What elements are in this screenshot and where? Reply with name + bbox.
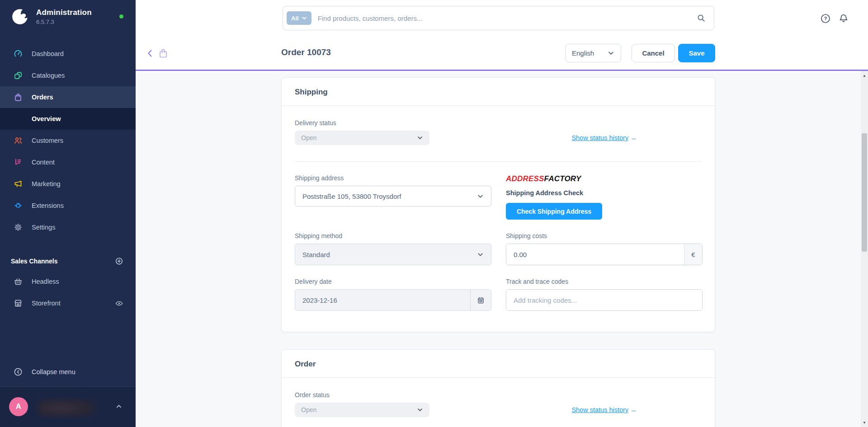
- collapse-chevron-icon: [14, 367, 23, 376]
- help-icon[interactable]: ?: [820, 13, 831, 24]
- delivery-status-select[interactable]: Open: [295, 131, 429, 145]
- language-select[interactable]: English: [565, 44, 621, 62]
- chevron-down-icon: [417, 135, 423, 141]
- back-icon[interactable]: [146, 48, 155, 59]
- user-name-redacted: [38, 399, 96, 417]
- sidebar-item-label: Orders: [32, 94, 53, 101]
- sidebar-item-customers[interactable]: Customers: [0, 130, 136, 151]
- address-check-title: Shipping Address Check: [506, 189, 703, 197]
- collapse-menu-button[interactable]: Collapse menu: [0, 360, 136, 384]
- sidebar-item-label: Storefront: [32, 300, 61, 307]
- sidebar-item-label: Content: [32, 159, 55, 166]
- storefront-icon: [14, 299, 23, 308]
- sidebar-item-label: Extensions: [32, 202, 64, 209]
- smart-bar: Order 10073 English Cancel Save: [136, 38, 868, 71]
- delivery-status-history-link[interactable]: Show status history: [571, 134, 628, 141]
- sidebar-item-marketing[interactable]: Marketing: [0, 173, 136, 195]
- sidebar-item-extensions[interactable]: Extensions: [0, 195, 136, 216]
- sales-channels-list: Headless Storefront: [0, 271, 136, 314]
- delivery-status-label: Delivery status: [295, 119, 702, 127]
- sales-channels-header: Sales Channels: [0, 253, 136, 269]
- chevron-up-icon[interactable]: [115, 402, 123, 410]
- extensions-icon: [14, 201, 23, 210]
- chevron-down-icon: [477, 251, 484, 258]
- delivery-date-input[interactable]: [295, 290, 470, 310]
- sidebar-item-label: Settings: [32, 224, 55, 231]
- section-divider: [295, 161, 702, 162]
- sidebar-item-dashboard[interactable]: Dashboard: [0, 43, 136, 65]
- shipping-address-value: Poststraße 105, 53800 Troysdorf: [302, 192, 401, 200]
- collapse-menu-label: Collapse menu: [32, 368, 75, 375]
- shipping-costs-input[interactable]: [506, 244, 684, 265]
- delivery-date-field: [295, 289, 491, 311]
- tracking-codes-label: Track and trace codes: [506, 278, 703, 285]
- language-value: English: [572, 49, 594, 57]
- order-card: Order Order status Open Show status hist…: [281, 349, 715, 427]
- sidebar-item-label: Catalogues: [32, 72, 65, 79]
- vertical-scrollbar[interactable]: ▲ ▼: [861, 71, 868, 427]
- eye-icon[interactable]: [115, 299, 123, 308]
- content-icon: [14, 158, 23, 167]
- user-panel[interactable]: A: [0, 386, 136, 427]
- global-search[interactable]: All: [283, 6, 714, 30]
- order-status-select[interactable]: Open: [295, 403, 429, 417]
- sidebar-item-label: Dashboard: [32, 50, 64, 57]
- add-sales-channel-icon[interactable]: [115, 257, 123, 266]
- shipping-card-title: Shipping: [295, 88, 702, 97]
- sidebar: Administration 6.5.7.3 Dashboard Catalog…: [0, 0, 136, 427]
- currency-suffix: €: [684, 244, 702, 265]
- sidebar-item-headless[interactable]: Headless: [0, 271, 136, 292]
- scrollbar-thumb[interactable]: [862, 133, 867, 252]
- order-status-label: Order status: [295, 391, 702, 399]
- shipping-address-label: Shipping address: [295, 174, 491, 182]
- sidebar-item-orders[interactable]: Orders: [0, 86, 136, 108]
- basket-icon: [14, 277, 23, 286]
- sidebar-item-catalogues[interactable]: Catalogues: [0, 65, 136, 86]
- shipping-address-select[interactable]: Poststraße 105, 53800 Troysdorf: [295, 186, 491, 206]
- app-title: Administration: [36, 8, 92, 17]
- scroll-down-arrow[interactable]: ▼: [861, 419, 868, 426]
- svg-text:?: ?: [824, 16, 827, 21]
- customers-icon: [14, 136, 23, 145]
- sidebar-item-label: Overview: [32, 115, 61, 122]
- sidebar-item-content[interactable]: Content: [0, 151, 136, 173]
- search-filter-label: All: [291, 15, 299, 22]
- sidebar-item-overview[interactable]: Overview: [0, 108, 136, 130]
- tracking-codes-input[interactable]: [506, 290, 702, 310]
- main-navigation: Dashboard Catalogues Orders Overview Cus: [0, 43, 136, 238]
- order-status-value: Open: [301, 406, 316, 413]
- chevron-down-icon: [608, 50, 614, 56]
- chevron-down-icon: [477, 193, 484, 200]
- addressfactory-logo: ADDRESSFACTORY: [506, 174, 703, 183]
- shipping-method-select[interactable]: Standard: [295, 244, 491, 265]
- shipping-method-label: Shipping method: [295, 232, 491, 239]
- top-bar: All ?: [136, 0, 868, 38]
- shipping-costs-field: €: [506, 244, 703, 265]
- search-input[interactable]: [318, 14, 697, 22]
- orders-icon: [14, 93, 23, 102]
- arrow-right-icon: →: [630, 406, 637, 413]
- scroll-up-arrow[interactable]: ▲: [861, 72, 868, 79]
- order-card-title: Order: [295, 360, 702, 369]
- status-online-dot: [119, 14, 123, 19]
- sidebar-item-label: Headless: [32, 278, 59, 285]
- chevron-down-icon: [417, 407, 423, 413]
- page-title: Order 10073: [281, 47, 331, 57]
- catalogues-icon: [14, 71, 23, 80]
- notifications-bell-icon[interactable]: [838, 13, 849, 24]
- sidebar-item-settings[interactable]: Settings: [0, 216, 136, 238]
- cancel-button[interactable]: Cancel: [632, 44, 675, 62]
- sidebar-item-label: Customers: [32, 137, 63, 144]
- order-status-history-link[interactable]: Show status history: [571, 406, 628, 413]
- shipping-costs-label: Shipping costs: [506, 232, 703, 239]
- search-icon[interactable]: [697, 14, 706, 23]
- save-button[interactable]: Save: [678, 44, 715, 62]
- app-header: Administration 6.5.7.3: [11, 7, 92, 26]
- arrow-right-icon: →: [630, 134, 637, 141]
- order-bag-icon[interactable]: [158, 48, 168, 59]
- check-shipping-address-button[interactable]: Check Shipping Address: [506, 203, 602, 220]
- chevron-down-icon: [302, 15, 307, 21]
- search-filter-dropdown[interactable]: All: [287, 11, 311, 25]
- dashboard-icon: [14, 49, 23, 58]
- sidebar-item-storefront[interactable]: Storefront: [0, 292, 136, 314]
